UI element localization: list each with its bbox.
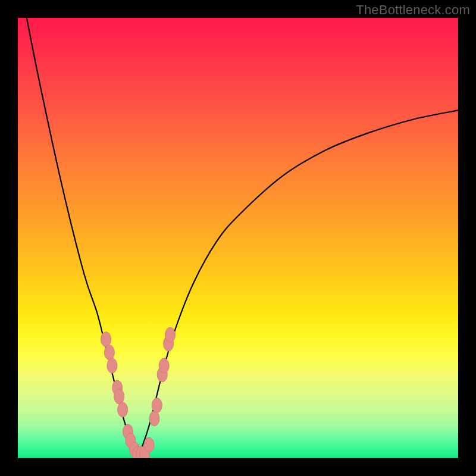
- data-marker: [101, 332, 111, 347]
- data-marker: [118, 402, 128, 417]
- watermark-text: TheBottleneck.com: [356, 2, 470, 18]
- plot-area: [18, 18, 458, 458]
- data-marker: [159, 358, 169, 373]
- bottleneck-curve: [27, 18, 458, 458]
- data-marker: [144, 437, 154, 452]
- data-marker: [165, 327, 176, 342]
- data-marker: [152, 398, 162, 413]
- data-marker: [149, 411, 159, 426]
- data-marker: [104, 345, 114, 360]
- marker-group: [101, 327, 176, 458]
- curve-layer: [18, 18, 458, 458]
- data-marker: [114, 389, 124, 404]
- data-marker: [107, 358, 117, 373]
